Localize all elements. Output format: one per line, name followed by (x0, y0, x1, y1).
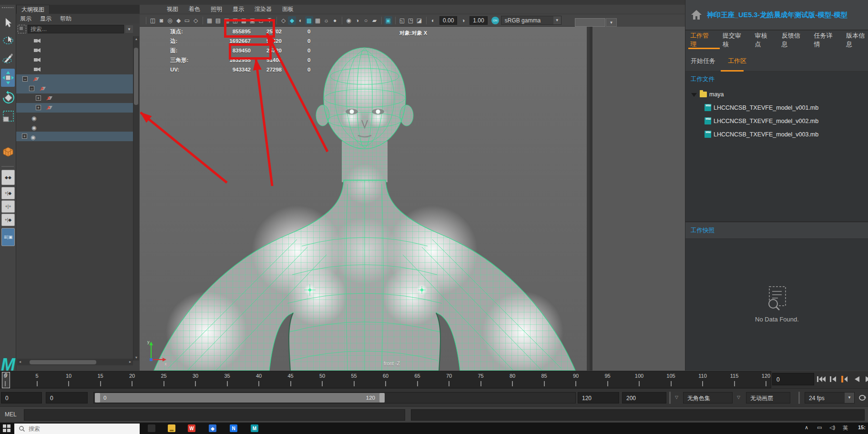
layout-outliner-persp-button[interactable]: ≣|▣ (1, 228, 15, 246)
layout-two-pane-c-button[interactable]: +|◆ (1, 214, 15, 226)
gamma-toggle-icon[interactable]: ON (491, 17, 499, 24)
outliner-item-side[interactable] (16, 65, 133, 74)
folder-row-maya[interactable]: maya (691, 89, 724, 100)
file-row-v002[interactable]: LHCCNCSB_TXEVFE_model_v002.mb (705, 115, 818, 127)
anim-start-field[interactable]: 0 (1, 392, 42, 403)
motion-blur-icon[interactable]: ◑ (353, 16, 361, 25)
bookmark-icon[interactable]: ◆ (174, 16, 183, 25)
mel-input[interactable] (24, 409, 405, 421)
snip-icon[interactable]: ◪ (415, 16, 423, 25)
current-frame-field[interactable]: 0 (772, 373, 814, 385)
menu-lighting[interactable]: 照明 (211, 5, 222, 13)
outliner-vscrollbar[interactable]: ▲ ▼ (133, 36, 139, 361)
step-back-frame-button[interactable] (828, 374, 838, 384)
start-button-icon[interactable] (3, 424, 10, 432)
grid-icon[interactable]: ▦ (205, 16, 214, 25)
checker-icon[interactable]: ▦ (314, 16, 322, 25)
task-view-icon[interactable] (148, 424, 155, 432)
exposure-icon[interactable]: ◐ (429, 16, 437, 25)
outliner-item-ROOT[interactable]: − (16, 74, 133, 84)
lock-camera-icon[interactable]: ◙ (157, 16, 165, 25)
panel-extra-combo[interactable] (575, 18, 605, 27)
range-handle-right[interactable] (379, 393, 385, 403)
menu-view[interactable]: 视图 (167, 5, 178, 13)
menu-shading[interactable]: 着色 (189, 5, 200, 13)
outliner-hscroll-thumb[interactable] (30, 360, 96, 364)
expand-toggle-icon[interactable]: + (22, 134, 27, 139)
tab-feedback[interactable]: 反馈信息 (782, 31, 804, 49)
scroll-left-icon[interactable]: ▲ (17, 359, 23, 365)
shadows-icon[interactable]: ● (331, 16, 339, 25)
display-icon[interactable]: ▭ (817, 424, 822, 431)
outliner-menu-help[interactable]: 帮助 (60, 15, 71, 23)
image-plane-icon[interactable]: ▭ (183, 16, 191, 25)
go-to-start-button[interactable] (816, 374, 827, 384)
plane-icon[interactable]: ▰ (370, 16, 378, 25)
use-all-lights-icon[interactable]: ☼ (322, 16, 330, 25)
isolate-select-icon[interactable]: ○ (362, 16, 370, 25)
expand-triangle-icon[interactable] (691, 93, 697, 97)
loop-playback-icon[interactable] (858, 394, 867, 402)
menu-panels[interactable]: 面板 (282, 5, 294, 13)
speaker-icon[interactable]: ◁) (829, 424, 835, 431)
select-tool-icon[interactable] (1, 15, 15, 31)
outliner-item-persp[interactable] (16, 36, 133, 46)
subtab-workspace[interactable]: 工作区 (728, 57, 746, 65)
outliner-menu-display[interactable]: 显示 (40, 15, 51, 23)
wireframe-icon[interactable]: ◇ (279, 16, 287, 25)
search-filter-dropdown[interactable]: ▼ (125, 25, 133, 33)
snapshot-copy-icon[interactable]: ◱ (398, 16, 406, 25)
tab-submit-review[interactable]: 提交审核 (723, 31, 745, 49)
edge-browser-icon[interactable]: N (230, 424, 237, 432)
file-explorer-icon[interactable]: ▂ (168, 424, 175, 432)
pan-zoom-icon[interactable]: ◇ (192, 16, 200, 25)
taskbar-search-input[interactable]: 搜索 (14, 424, 140, 434)
expand-toggle-icon[interactable]: − (22, 76, 28, 82)
step-back-key-button[interactable] (839, 374, 850, 384)
playback-end-field[interactable]: 120 (578, 392, 619, 403)
menu-show[interactable]: 显示 (233, 5, 244, 13)
range-slider-selected[interactable]: 0 120 (95, 393, 385, 403)
shaded-icon[interactable]: ◆ (288, 16, 296, 25)
tray-expand-icon[interactable]: ∧ (805, 424, 808, 431)
toolbox-drag-handle[interactable] (1, 7, 14, 9)
tab-work-manage[interactable]: 工作管理 (690, 31, 713, 49)
occlusion-icon[interactable]: ◉ (345, 16, 353, 25)
scroll-down-icon[interactable]: ▼ (133, 355, 139, 361)
home-icon[interactable] (691, 10, 702, 20)
file-row-v001[interactable]: LHCCNCSB_TXEVFE_model_v001.mb (705, 102, 818, 114)
outliner-item-top[interactable] (16, 46, 133, 55)
scroll-up-icon[interactable]: ▲ (133, 36, 139, 42)
tab-task-detail[interactable]: 任务详情 (814, 31, 836, 49)
scroll-right-icon[interactable]: ▲ (127, 359, 133, 365)
maya-taskbar-icon[interactable]: M (251, 424, 258, 432)
mel-label[interactable]: MEL (5, 411, 17, 418)
camera-attributes-icon[interactable]: ◎ (166, 16, 174, 25)
colorspace-combo[interactable]: sRGB gamma▼ (501, 16, 562, 25)
range-handle-left[interactable] (95, 393, 100, 403)
select-camera-icon[interactable]: ◫ (149, 16, 157, 25)
wireframe-on-shaded-icon[interactable]: ◐ (296, 16, 305, 25)
outliner-hscrollbar[interactable]: ▲ ▲ (17, 359, 133, 365)
outliner-tab[interactable]: 大纲视图 (16, 5, 50, 14)
contrast-icon[interactable]: ◑ (459, 16, 467, 25)
outliner-item-defaultObjectSet[interactable]: ◉ (16, 122, 133, 132)
layout-single-pane-button[interactable]: ◆◆ (1, 170, 15, 185)
outliner-item-front[interactable] (16, 55, 133, 65)
scale-tool-icon[interactable] (1, 108, 15, 126)
box-select-icon[interactable] (18, 25, 26, 33)
lasso-select-tool-icon[interactable] (1, 32, 15, 48)
viewport[interactable]: 顶点:855895257020 边:1692667514200 面:839450… (140, 27, 587, 371)
wps-icon[interactable]: W (188, 424, 195, 432)
layout-two-pane-b-button[interactable]: +|+ (1, 200, 15, 213)
layout-two-pane-a-button[interactable]: +|◆ (1, 187, 15, 199)
textured-icon[interactable]: ▩ (305, 16, 313, 25)
outliner-menu-show[interactable]: 展示 (20, 15, 31, 23)
outliner-item-LHCCNCSB_TXEVFE_H_GRP[interactable]: + (16, 93, 133, 103)
paint-select-tool-icon[interactable] (1, 51, 15, 66)
outliner-item-modelPanel5ViewSelectedSet[interactable]: +◉ (16, 132, 133, 141)
film-gate-icon[interactable]: ▤ (214, 16, 222, 25)
outliner-vscroll-thumb[interactable] (134, 48, 138, 105)
chevron-down-icon[interactable]: ▼ (553, 16, 561, 24)
range-slider-track[interactable]: 0 120 (93, 392, 576, 403)
